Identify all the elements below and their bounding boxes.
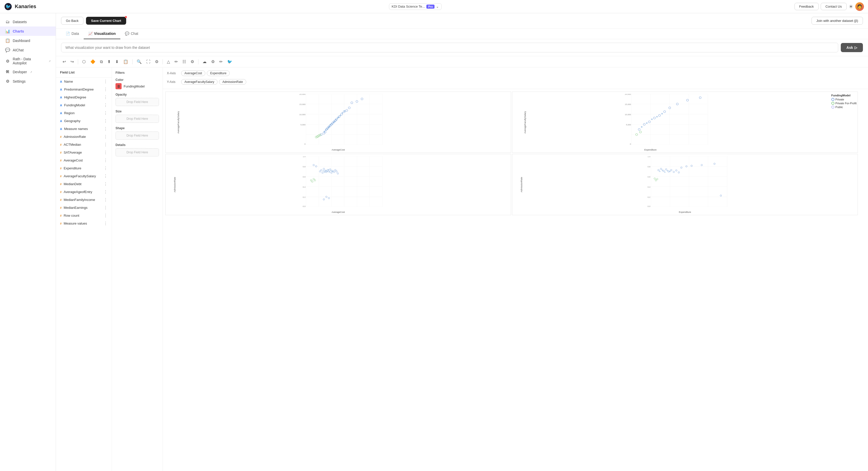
avatar[interactable]: 🧑 <box>855 2 864 11</box>
brush-button[interactable]: ✏ <box>218 58 224 65</box>
sidebar-item-charts[interactable]: 📊 Charts <box>0 27 56 36</box>
field-item-sat[interactable]: #SATAverage ⋮ <box>56 149 112 156</box>
field-more-icon[interactable]: ⋮ <box>103 182 107 186</box>
field-item-medearn[interactable]: #MedianEarnings ⋮ <box>56 204 112 212</box>
move-up-button[interactable]: ⬆ <box>106 58 112 65</box>
scatter-br: 1.0 0.8 0.6 0.4 0.2 0.0 <box>523 156 856 207</box>
opacity-drop-zone[interactable]: Drop Field Here <box>116 98 159 106</box>
field-more-icon[interactable]: ⋮ <box>103 126 107 131</box>
field-more-icon[interactable]: ⋮ <box>103 103 107 107</box>
field-item-measval[interactable]: #Measure values ⋮ <box>56 219 112 227</box>
field-item-act[interactable]: #ACTMedian ⋮ <box>56 140 112 149</box>
field-more-icon[interactable]: ⋮ <box>103 95 107 100</box>
field-more-icon[interactable]: ⋮ <box>103 205 107 210</box>
details-drop-zone[interactable]: Drop Field Here <box>116 148 159 156</box>
field-item-measure-names[interactable]: AMeasure names ⋮ <box>56 125 112 133</box>
settings3-button[interactable]: ⚙ <box>210 58 216 65</box>
cloud-button[interactable]: ☁ <box>201 58 208 65</box>
svg-point-156 <box>313 178 314 180</box>
svg-point-35 <box>346 109 348 112</box>
triangle-button[interactable]: △ <box>165 58 172 65</box>
field-more-icon[interactable]: ⋮ <box>103 142 107 147</box>
field-more-icon[interactable]: ⋮ <box>103 150 107 155</box>
field-more-icon[interactable]: ⋮ <box>103 189 107 194</box>
field-more-icon[interactable]: ⋮ <box>103 111 107 116</box>
sidebar-item-aichat[interactable]: 💬 AIChat <box>0 45 56 55</box>
zoom-in-button[interactable]: 🔍 <box>135 58 143 65</box>
table-button[interactable]: ☷ <box>181 58 187 65</box>
sidebar-item-dashboard[interactable]: 📋 Dashboard <box>0 36 56 45</box>
settings-gear-button[interactable]: ⚙ <box>153 58 160 65</box>
fullscreen-button[interactable]: ⛶ <box>145 59 152 65</box>
redo-button[interactable]: ↪ <box>69 58 75 65</box>
shape-hex-button[interactable]: ⬡ <box>81 58 87 65</box>
save-chart-button[interactable]: Save Current Chart <box>86 17 126 25</box>
theme-toggle-button[interactable]: ☀ <box>849 4 853 10</box>
svg-point-128 <box>322 172 323 174</box>
field-more-icon[interactable]: ⋮ <box>103 79 107 84</box>
workspace-badge[interactable]: KDI Data Science Te... Pro ⌄ <box>389 3 442 10</box>
query-input[interactable] <box>61 43 838 53</box>
field-item-geography[interactable]: AGeography ⋮ <box>56 117 112 125</box>
field-more-icon[interactable]: ⋮ <box>103 213 107 218</box>
contact-button[interactable]: Contact Us <box>821 3 847 10</box>
xaxis-tag-avgcost[interactable]: AverageCost <box>181 70 205 76</box>
sidebar-item-settings[interactable]: ⚙ Settings <box>0 76 56 86</box>
xaxis-row: X-Axis AverageCost Expenditure <box>167 70 864 76</box>
action-bar: Go Back Save Current Chart Join with ano… <box>56 13 868 29</box>
xaxis-tag-expenditure[interactable]: Expenditure <box>207 70 230 76</box>
goback-button[interactable]: Go Back <box>61 17 84 25</box>
svg-point-188 <box>673 171 675 173</box>
field-more-icon[interactable]: ⋮ <box>103 158 107 163</box>
field-item-expenditure[interactable]: #Expenditure ⋮ <box>56 164 112 172</box>
size-drop-zone[interactable]: Drop Field Here <box>116 115 159 123</box>
field-more-icon[interactable]: ⋮ <box>103 87 107 92</box>
scatter-bl: 1.0 0.8 0.6 0.4 0.2 0.0 <box>180 156 509 207</box>
field-item-avgcost[interactable]: #AverageCost ⋮ <box>56 156 112 164</box>
tab-visualization[interactable]: 📈 Visualization <box>84 29 120 39</box>
field-item-funding[interactable]: AFundingModel ⋮ <box>56 101 112 109</box>
field-item-avgage[interactable]: #AverageAgeofEntry ⋮ <box>56 188 112 196</box>
sidebar-item-rath[interactable]: ⚙ Rath - Data Autopilot ↗ <box>0 55 56 67</box>
gear2-button[interactable]: ⚙ <box>189 58 196 65</box>
field-more-icon[interactable]: ⋮ <box>103 166 107 171</box>
brand: 🐦 Kanaries <box>4 3 36 11</box>
tab-data[interactable]: 📄 Data <box>61 29 84 39</box>
sidebar-item-developer[interactable]: 🛠 Devloper ↗ <box>0 67 56 76</box>
tab-chat[interactable]: 💬 Chat <box>120 29 143 39</box>
field-item-predominant[interactable]: APredominantDegree ⋮ <box>56 86 112 93</box>
field-item-meddebt[interactable]: #MedianDebt ⋮ <box>56 180 112 188</box>
field-item-rowcount[interactable]: #Row count ⋮ <box>56 212 112 219</box>
move-down-button[interactable]: ⬇ <box>114 58 120 65</box>
chart-tl: AverageFacultySalary AverageCost <box>165 92 511 153</box>
pencil-button[interactable]: ✏ <box>173 58 179 65</box>
yaxis-tag-admission[interactable]: AdmissionRate <box>219 79 246 85</box>
join-dataset-button[interactable]: Join with another dataset (β) <box>811 17 863 25</box>
field-item-admission[interactable]: #AdmissionRate ⋮ <box>56 133 112 140</box>
bird-button[interactable]: 🐦 <box>226 58 234 65</box>
field-more-icon[interactable]: ⋮ <box>103 174 107 179</box>
feedback-button[interactable]: Feedback <box>795 3 819 10</box>
highlight-button[interactable]: 🔶 <box>89 58 97 65</box>
color-chip[interactable]: 🗑 <box>116 83 122 89</box>
sidebar-item-datasets[interactable]: 🗂 Datasets <box>0 17 56 27</box>
chart-tr-xlabel: Expenditure <box>644 149 657 151</box>
field-item-highest[interactable]: AHighestDegree ⋮ <box>56 93 112 101</box>
field-more-icon[interactable]: ⋮ <box>103 119 107 123</box>
svg-text:1.0: 1.0 <box>647 156 650 158</box>
svg-text:20,000: 20,000 <box>300 94 306 95</box>
copy-button[interactable]: 📋 <box>122 58 130 65</box>
field-item-avgfac[interactable]: #AverageFacultySalary ⋮ <box>56 172 112 180</box>
field-more-icon[interactable]: ⋮ <box>103 221 107 226</box>
field-more-icon[interactable]: ⋮ <box>103 197 107 202</box>
workspace-selector[interactable]: KDI Data Science Te... Pro ⌄ <box>389 3 442 10</box>
undo-button[interactable]: ↩ <box>61 58 67 65</box>
layers-button[interactable]: ⧉ <box>98 59 104 65</box>
field-item-medfam[interactable]: #MedianFamilyIncome ⋮ <box>56 196 112 204</box>
ask-button[interactable]: Ask ▷ <box>841 43 863 52</box>
field-more-icon[interactable]: ⋮ <box>103 134 107 139</box>
field-item-name[interactable]: AName ⋮ <box>56 77 112 86</box>
field-item-region[interactable]: ARegion ⋮ <box>56 109 112 117</box>
shape-drop-zone[interactable]: Drop Field Here <box>116 131 159 139</box>
yaxis-tag-avgsalary[interactable]: AverageFacultySalary <box>181 79 218 85</box>
